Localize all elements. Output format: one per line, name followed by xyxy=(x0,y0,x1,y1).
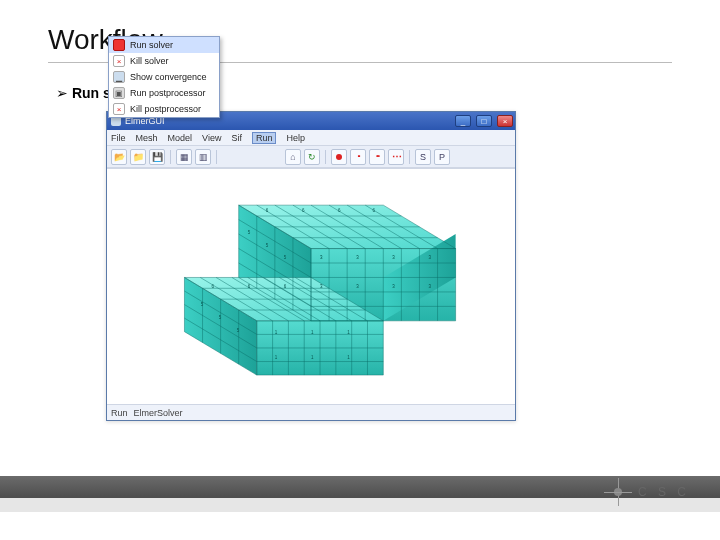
tool-convergence-icon[interactable]: ··· xyxy=(369,149,385,165)
menu-model[interactable]: Model xyxy=(168,133,193,143)
logo-mark-icon xyxy=(604,478,632,506)
tool-folder-icon[interactable]: 📁 xyxy=(130,149,146,165)
tool-home-icon[interactable]: ⌂ xyxy=(285,149,301,165)
tool-redo-icon[interactable]: ↻ xyxy=(304,149,320,165)
menu-help[interactable]: Help xyxy=(286,133,305,143)
menu-sif[interactable]: Sif xyxy=(231,133,242,143)
dropdown-label: Kill postprocessor xyxy=(130,104,201,114)
run-icon xyxy=(113,39,125,51)
tool-kill-solver-icon[interactable]: ·· xyxy=(350,149,366,165)
app-window: ElmerGUI _ □ × File Mesh Model View Sif … xyxy=(106,111,516,421)
logo: C S C xyxy=(604,478,690,506)
kill-icon: × xyxy=(113,55,125,67)
toolbar-separator xyxy=(325,150,326,164)
kill-icon: × xyxy=(113,103,125,115)
menu-mesh[interactable]: Mesh xyxy=(136,133,158,143)
dropdown-item-show-convergence[interactable]: ▁ Show convergence xyxy=(109,69,219,85)
viewport-3d[interactable]: 6666 3333 3333 555 666 111 111 555 xyxy=(107,168,515,404)
tool-run-solver-icon[interactable] xyxy=(331,149,347,165)
status-prefix: Run xyxy=(111,408,128,418)
plot-icon: ▁ xyxy=(113,71,125,83)
toolbar-separator xyxy=(216,150,217,164)
tool-postproc-icon[interactable]: ⋯ xyxy=(388,149,404,165)
dropdown-item-run-postprocessor[interactable]: ▣ Run postprocessor xyxy=(109,85,219,101)
dropdown-item-kill-solver[interactable]: × Kill solver xyxy=(109,53,219,69)
menu-view[interactable]: View xyxy=(202,133,221,143)
run-menu-dropdown: Run solver × Kill solver ▁ Show converge… xyxy=(108,36,220,118)
maximize-button[interactable]: □ xyxy=(476,115,492,127)
statusbar: Run ElmerSolver xyxy=(107,404,515,420)
tool-model-icon[interactable]: ▦ xyxy=(176,149,192,165)
menu-file[interactable]: File xyxy=(111,133,126,143)
tool-s-icon[interactable]: S xyxy=(415,149,431,165)
tool-save-icon[interactable]: 💾 xyxy=(149,149,165,165)
dropdown-item-kill-postprocessor[interactable]: × Kill postprocessor xyxy=(109,101,219,117)
menubar: File Mesh Model View Sif Run Help xyxy=(107,130,515,146)
logo-text: C S C xyxy=(638,485,690,499)
dropdown-label: Show convergence xyxy=(130,72,207,82)
dropdown-item-run-solver[interactable]: Run solver xyxy=(109,37,219,53)
tool-open-icon[interactable]: 📂 xyxy=(111,149,127,165)
postprocessor-icon: ▣ xyxy=(113,87,125,99)
menu-run[interactable]: Run xyxy=(252,132,277,144)
minimize-button[interactable]: _ xyxy=(455,115,471,127)
tool-p-icon[interactable]: P xyxy=(434,149,450,165)
close-button[interactable]: × xyxy=(497,115,513,127)
status-file: ElmerSolver xyxy=(134,408,183,418)
toolbar-separator xyxy=(170,150,171,164)
dropdown-label: Kill solver xyxy=(130,56,169,66)
mesh-model: 6666 3333 3333 555 666 111 111 555 xyxy=(107,169,515,404)
tool-select-icon[interactable]: ▥ xyxy=(195,149,211,165)
dropdown-label: Run postprocessor xyxy=(130,88,206,98)
dropdown-label: Run solver xyxy=(130,40,173,50)
toolbar: 📂 📁 💾 ▦ ▥ ⌂ ↻ ·· ··· ⋯ S P xyxy=(107,146,515,168)
toolbar-separator xyxy=(409,150,410,164)
